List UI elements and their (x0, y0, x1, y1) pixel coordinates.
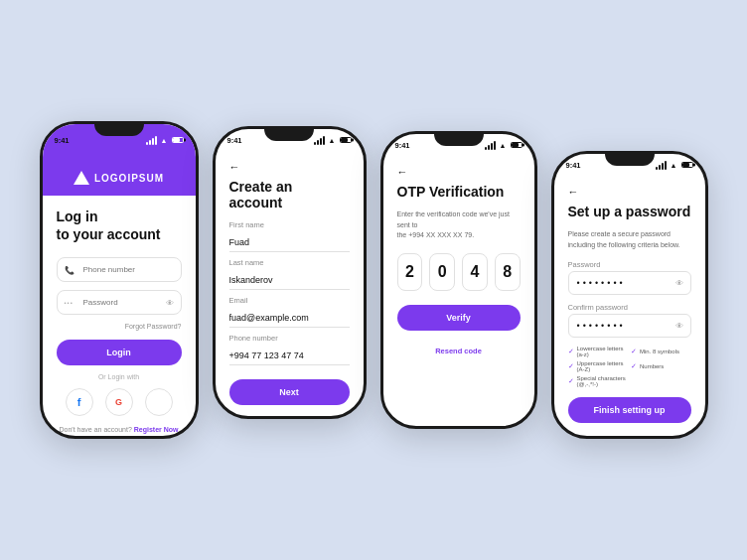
criteria-numbers: ✓ Numbers (631, 360, 691, 372)
back-button-2[interactable]: ← (229, 161, 350, 173)
check-icon-uppercase: ✓ (568, 362, 574, 370)
otp-digit-3[interactable]: 4 (462, 253, 488, 291)
eye-icon: 👁 (166, 298, 174, 307)
otp-title: OTP Verification (397, 184, 521, 200)
notch-1 (94, 124, 144, 136)
wifi-icon-3: ▲ (500, 142, 507, 149)
login-button[interactable]: Login (57, 340, 182, 365)
phone-input[interactable] (57, 257, 182, 282)
signal-icon-2 (314, 136, 325, 145)
eye-icon-confirm: 👁 (675, 322, 683, 331)
password-criteria-grid: ✓ Lowercase letters (a-z) ✓ Min. 8 symbo… (568, 346, 691, 387)
status-icons-1: ▲ (146, 136, 184, 145)
phone-set-password: 9:41 ▲ ← Set up a password Please create… (551, 151, 708, 439)
login-title: Log in to your account (57, 208, 182, 243)
divider-text: Or Login with (57, 373, 182, 380)
status-icons-3: ▲ (485, 141, 523, 150)
status-time-1: 9:41 (55, 136, 70, 145)
email-label: Email (229, 296, 350, 305)
phone-input-2[interactable] (229, 347, 350, 365)
phone-label-2: Phone number (229, 334, 350, 343)
otp-body: ← OTP Verification Enter the verificatio… (383, 154, 534, 367)
set-password-subtitle: Please create a secure password includin… (568, 229, 691, 250)
logo-text: LOGOIPSUM (94, 173, 164, 184)
first-name-label: First name (229, 220, 350, 229)
register-row: Don't have an account? Register Now (57, 426, 182, 433)
facebook-login-button[interactable]: f (66, 388, 93, 416)
password-input[interactable] (57, 290, 182, 315)
notch-2 (264, 129, 314, 141)
criteria-uppercase: ✓ Uppercase letters (A-Z) (568, 360, 629, 372)
phone-register: 9:41 ▲ ← Create an account First name La… (213, 126, 367, 419)
status-icons-4: ▲ (656, 161, 693, 170)
back-button-3[interactable]: ← (397, 166, 521, 178)
confirm-password-input-wrap: 👁 (568, 314, 691, 338)
password-label-4: Password (568, 260, 691, 269)
otp-digit-1[interactable]: 2 (397, 253, 423, 291)
otp-digit-4[interactable]: 8 (495, 253, 521, 291)
password-input-4[interactable] (568, 271, 691, 295)
phones-container: 9:41 ▲ (30, 101, 718, 459)
finish-button[interactable]: Finish setting up (568, 397, 691, 423)
notch-4 (605, 154, 655, 166)
status-time-3: 9:41 (395, 141, 410, 150)
set-password-body: ← Set up a password Please create a secu… (554, 174, 705, 439)
confirm-password-input[interactable] (568, 314, 691, 338)
first-name-input[interactable] (229, 233, 350, 252)
phone-icon: 📞 (65, 265, 75, 274)
check-icon-special: ✓ (568, 377, 574, 385)
confirm-password-label: Confirm password (568, 303, 691, 312)
criteria-min-symbols: ✓ Min. 8 symbols (631, 346, 691, 357)
check-icon-lowercase: ✓ (568, 348, 574, 355)
password-icon: ••• (65, 300, 74, 306)
status-time-4: 9:41 (566, 161, 581, 170)
register-link[interactable]: Register Now (134, 426, 179, 433)
apple-login-button[interactable] (145, 388, 173, 416)
back-button-4[interactable]: ← (568, 186, 691, 198)
check-icon-min: ✓ (631, 348, 637, 355)
google-icon: G (115, 397, 122, 407)
status-time-2: 9:41 (227, 136, 242, 145)
signal-icon-3 (485, 141, 496, 150)
password-input-group: ••• 👁 (57, 290, 182, 315)
google-login-button[interactable]: G (105, 388, 133, 416)
notch-3 (434, 134, 484, 146)
otp-digit-2[interactable]: 0 (429, 253, 455, 291)
phone-input-group: 📞 (57, 257, 182, 282)
eye-icon-pw: 👁 (675, 279, 683, 288)
wifi-icon-1: ▲ (161, 137, 168, 144)
last-name-label: Last name (229, 258, 350, 267)
signal-icon-4 (656, 161, 667, 170)
register-body: ← Create an account First name Last name… (216, 149, 364, 419)
last-name-input[interactable] (229, 271, 350, 290)
set-password-title: Set up a password (568, 204, 691, 219)
forgot-password-text: Forgot Password? (57, 323, 182, 330)
signal-icon-1 (146, 136, 157, 145)
criteria-lowercase: ✓ Lowercase letters (a-z) (568, 346, 629, 357)
next-button[interactable]: Next (229, 379, 350, 405)
battery-icon-4 (681, 162, 693, 168)
battery-icon-2 (340, 137, 352, 143)
phone-otp: 9:41 ▲ ← OTP Verification Enter the veri… (380, 131, 537, 429)
otp-subtitle: Enter the verification code we've just s… (397, 210, 521, 241)
logo-icon (74, 171, 89, 185)
phone-login: 9:41 ▲ (40, 121, 199, 439)
status-icons-2: ▲ (314, 136, 352, 145)
battery-icon-1 (172, 137, 184, 143)
resend-code-link[interactable]: Resend code (397, 347, 521, 355)
wifi-icon-4: ▲ (671, 162, 677, 169)
password-input-wrap: 👁 (568, 271, 691, 295)
login-body: Log in to your account 📞 ••• 👁 Forgot Pa… (43, 196, 196, 439)
email-input[interactable] (229, 309, 350, 328)
otp-input-row: 2 0 4 8 (397, 253, 521, 291)
battery-icon-3 (511, 142, 523, 148)
facebook-icon: f (77, 396, 81, 408)
criteria-special: ✓ Special characters (@,-,*!-) (568, 375, 629, 387)
social-login-row: f G (57, 388, 182, 416)
register-title: Create an account (229, 179, 350, 210)
wifi-icon-2: ▲ (329, 137, 336, 144)
check-icon-numbers: ✓ (631, 362, 637, 370)
verify-button[interactable]: Verify (397, 305, 521, 331)
